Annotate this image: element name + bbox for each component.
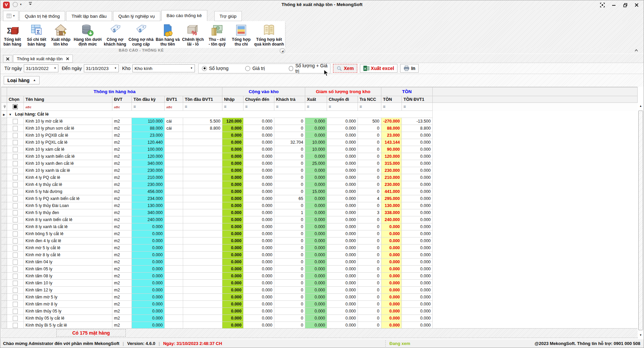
row-checkbox[interactable]	[13, 288, 18, 293]
filter-cell[interactable]: =	[327, 103, 358, 111]
row-checkbox[interactable]	[13, 246, 18, 251]
filter-cell[interactable]: =	[402, 103, 433, 111]
dialog-launcher-icon[interactable]: ◢	[280, 48, 285, 54]
fullscreen-button[interactable]	[597, 1, 607, 9]
row-checkbox[interactable]	[13, 210, 18, 215]
close-tab-icon[interactable]	[66, 57, 69, 60]
row-checkbox[interactable]	[13, 140, 18, 145]
close-all-tabs-button[interactable]	[3, 55, 12, 63]
row-checkbox[interactable]	[13, 147, 18, 152]
ribbon-button[interactable]: Hàng tồn dưới định mức	[73, 22, 103, 47]
row-checkbox[interactable]	[13, 154, 18, 159]
filter-cell[interactable]: =	[183, 103, 222, 111]
tab-quan-tri-he-thong[interactable]: Quản trị hệ thống	[19, 11, 65, 21]
scrollbar-thumb[interactable]	[638, 111, 643, 330]
filter-cell[interactable]: =	[222, 103, 244, 111]
scroll-up-icon[interactable]: ▲	[638, 103, 643, 109]
group-expand-icon[interactable]: ▼	[9, 113, 12, 116]
ribbon-button[interactable]: Thu - chi - tồn quỹ	[205, 22, 229, 47]
tab-quan-ly-nghiep-vu[interactable]: Quản lý nghiệp vụ	[113, 11, 160, 21]
filter-cell[interactable]: =	[244, 103, 274, 111]
to-date-picker[interactable]: 31/10/2023▼	[84, 64, 119, 72]
ribbon-button[interactable]: $ Công nợ nhà cung cấp	[127, 22, 155, 47]
column-header[interactable]: TỒN	[381, 96, 402, 103]
row-checkbox[interactable]	[13, 323, 18, 328]
row-checkbox[interactable]	[13, 253, 18, 258]
row-checkbox[interactable]	[13, 196, 18, 201]
print-button[interactable]: In	[400, 64, 419, 73]
tab-tro-giup[interactable]: Trợ giúp	[214, 11, 242, 21]
filter-cell[interactable]: =	[274, 103, 305, 111]
row-checkbox[interactable]	[13, 182, 18, 187]
column-header[interactable]: ĐVT1	[165, 96, 183, 103]
close-button[interactable]	[632, 1, 642, 9]
column-header[interactable]: Chuyển đến	[244, 96, 274, 103]
column-header[interactable]: Trả NCC	[358, 96, 381, 103]
checkbox-indeterminate[interactable]	[13, 104, 18, 109]
row-checkbox[interactable]	[13, 203, 18, 208]
scroll-down-icon[interactable]: ▼	[638, 332, 643, 338]
row-checkbox[interactable]	[13, 217, 18, 222]
application-menu-button[interactable]: ▼	[3, 11, 18, 21]
ribbon-button[interactable]: % Chênh lệch lãi - lỗ	[181, 22, 205, 47]
column-header[interactable]: Tên hàng	[24, 96, 112, 103]
row-checkbox[interactable]	[13, 224, 18, 229]
row-checkbox[interactable]	[13, 316, 18, 321]
row-checkbox[interactable]	[13, 281, 18, 286]
row-checkbox[interactable]	[13, 133, 18, 138]
column-header[interactable]: Chọn	[7, 96, 24, 103]
document-tab-active[interactable]: Thống kê xuất nhập tồn	[13, 55, 73, 63]
ribbon-button[interactable]: Σ Sổ chi tiết bán hàng	[24, 22, 49, 47]
ribbon-button[interactable]: Tổng hợp thu chi	[229, 22, 253, 47]
minimize-button[interactable]	[609, 1, 619, 9]
row-checkbox[interactable]	[13, 175, 18, 180]
row-checkbox[interactable]	[13, 267, 18, 272]
filter-cell[interactable]: =	[358, 103, 381, 111]
radio-gia-tri[interactable]: Giá trị	[242, 66, 285, 71]
radio-so-luong-gia-tri[interactable]: Số lượng + Giá trị	[285, 63, 329, 74]
filter-cell[interactable]: aBc	[165, 103, 183, 111]
column-header[interactable]: Xuất	[305, 96, 327, 103]
warehouse-select[interactable]: Kho kính▼	[132, 64, 195, 72]
ribbon-button[interactable]: Xuất nhập tồn kho	[49, 22, 73, 47]
tab-bao-cao-thong-ke[interactable]: Báo cáo thống kê	[161, 10, 207, 21]
ribbon-button[interactable]: $ Công nợ khách hàng	[103, 22, 127, 47]
column-header[interactable]: ĐVT	[112, 96, 132, 103]
column-header[interactable]: Khách trả	[274, 96, 305, 103]
vertical-scrollbar[interactable]: ▲ ▼	[638, 103, 643, 338]
row-checkbox[interactable]	[13, 161, 18, 166]
row-checkbox[interactable]	[13, 309, 18, 314]
column-header[interactable]: Chuyển đi	[327, 96, 358, 103]
view-button[interactable]: Xem	[333, 64, 357, 73]
ribbon-collapse-icon[interactable]	[634, 49, 638, 52]
filter-cell[interactable]: aBc	[112, 103, 132, 111]
row-checkbox[interactable]	[13, 126, 18, 131]
filter-cell[interactable]: =	[305, 103, 327, 111]
ribbon-button[interactable]: Σ Tổng kết bán hàng	[0, 22, 24, 47]
filter-select-all[interactable]	[7, 103, 24, 111]
column-header[interactable]: Tồn đầu kỳ	[132, 96, 165, 103]
row-checkbox[interactable]	[13, 238, 18, 243]
column-header[interactable]: Tồn đầu ĐVT1	[183, 96, 222, 103]
row-checkbox[interactable]	[13, 168, 18, 173]
loai-hang-group-button[interactable]: Loại hàng ▲	[4, 76, 40, 84]
row-checkbox[interactable]	[13, 260, 18, 265]
row-checkbox[interactable]	[13, 189, 18, 194]
row-checkbox[interactable]	[13, 231, 18, 236]
from-date-picker[interactable]: 31/10/2022▼	[24, 64, 58, 72]
export-excel-button[interactable]: X Xuất excel	[360, 64, 397, 73]
filter-cell[interactable]: =	[381, 103, 402, 111]
row-checkbox[interactable]	[13, 274, 18, 279]
column-header[interactable]: TỒN ĐVT1	[402, 96, 433, 103]
ribbon-button[interactable]: Tổng hợp kết quả kinh doanh	[253, 22, 285, 47]
ribbon-button[interactable]: Bán hàng và thu tiền	[155, 22, 181, 47]
column-header[interactable]: Nhập	[222, 96, 244, 103]
radio-so-luong[interactable]: Số lượng	[199, 66, 242, 71]
tab-thiet-lap-ban-dau[interactable]: Thiết lập ban đầu	[66, 11, 112, 21]
restore-button[interactable]	[620, 1, 630, 9]
row-checkbox[interactable]	[13, 295, 18, 300]
filter-cell[interactable]: =	[132, 103, 165, 111]
filter-cell[interactable]: aBc	[24, 103, 112, 111]
row-checkbox[interactable]	[13, 302, 18, 307]
row-checkbox[interactable]	[13, 119, 18, 124]
